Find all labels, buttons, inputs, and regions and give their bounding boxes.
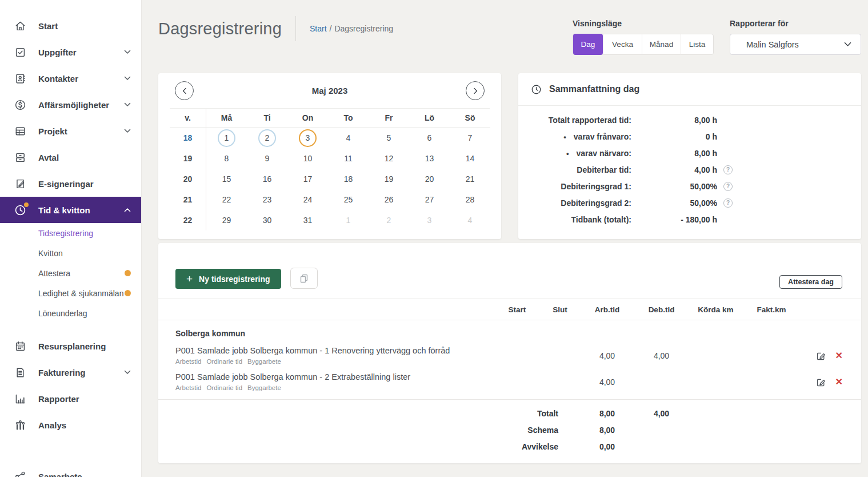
plus-icon: + — [186, 273, 193, 284]
col-header-start: Start — [494, 305, 540, 314]
calendar-day[interactable]: 14 — [450, 148, 490, 169]
calendar-day[interactable]: 26 — [369, 189, 409, 210]
calendar-day[interactable]: 2 — [247, 128, 287, 148]
sidebar-item-rapporter[interactable]: Rapporter — [0, 385, 141, 412]
sidebar-subitem-tidsregistrering[interactable]: Tidsregistrering — [0, 223, 141, 243]
sidebar-subitem-attestera[interactable]: Attestera — [0, 263, 141, 283]
col-header-faktkm: Fakt.km — [743, 305, 800, 314]
view-mode-dag-button[interactable]: Dag — [573, 34, 603, 55]
day-header: Sö — [450, 109, 490, 128]
customer-group-label: Solberga kommun — [158, 324, 861, 343]
calendar-day[interactable]: 24 — [287, 189, 328, 210]
calendar-prev-button[interactable] — [175, 81, 194, 100]
calendar-day[interactable]: 1 — [206, 128, 247, 148]
table-header-row: Start Slut Arb.tid Deb.tid Körda km Fakt… — [158, 299, 861, 320]
invoice-icon — [14, 366, 27, 379]
sidebar-item-label: Affärsmöjligheter — [38, 100, 109, 110]
total-row: Totalt 8,00 4,00 — [158, 405, 861, 422]
day-header: Lö — [409, 109, 450, 128]
calendar-day[interactable]: 21 — [450, 169, 490, 189]
calendar-day[interactable]: 19 — [369, 169, 409, 189]
new-time-registration-button[interactable]: + Ny tidsregistrering — [175, 269, 281, 289]
home-icon — [14, 19, 27, 33]
calendar-day[interactable]: 16 — [247, 169, 287, 189]
calendar-day[interactable]: 30 — [247, 210, 287, 230]
sidebar-item-uppgifter[interactable]: Uppgifter — [0, 39, 141, 65]
attest-day-button[interactable]: Attestera dag — [779, 275, 842, 289]
reporting-for-select[interactable]: Malin Sälgfors — [730, 34, 861, 55]
day-header: On — [287, 109, 328, 128]
sidebar-item-tid-kvitton[interactable]: Tid & kvitton — [0, 197, 141, 223]
sidebar-item-fakturering[interactable]: Fakturering — [0, 359, 141, 385]
calendar-day[interactable]: 22 — [206, 189, 247, 210]
calendar-day[interactable]: 12 — [369, 148, 409, 169]
view-mode-manad-button[interactable]: Månad — [642, 34, 681, 55]
project-title: P001 Samlade jobb Solberga kommun - 1 Re… — [175, 346, 494, 355]
view-mode-lista-button[interactable]: Lista — [681, 34, 713, 55]
sidebar-item-esigneringar[interactable]: E-signeringar — [0, 170, 141, 197]
calendar-day[interactable]: 28 — [450, 189, 490, 210]
copy-registration-button[interactable] — [290, 268, 318, 289]
chevron-down-icon — [124, 102, 131, 107]
calendar-day[interactable]: 15 — [206, 169, 247, 189]
chevron-up-icon — [124, 208, 131, 212]
calendar-day[interactable]: 23 — [247, 189, 287, 210]
calendar-day[interactable]: 18 — [328, 169, 369, 189]
calendar-next-button[interactable] — [466, 81, 485, 100]
sidebar-item-analys[interactable]: Analys — [0, 412, 141, 438]
sidebar-subitem-kvitton[interactable]: Kvitton — [0, 243, 141, 263]
calendar-icon — [14, 340, 27, 353]
calendar-day[interactable]: 4 — [328, 128, 369, 148]
sidebar-item-samarbete[interactable]: Samarbete — [0, 463, 141, 477]
sidebar: Start Uppgifter Kontakter Affärsmöjlighe… — [0, 0, 142, 477]
bullet-icon: • — [566, 149, 569, 158]
calendar-day[interactable]: 7 — [450, 128, 490, 148]
sidebar-item-label: Rapporter — [38, 394, 79, 404]
view-mode-label: Visningsläge — [573, 19, 714, 28]
edit-icon[interactable] — [815, 350, 826, 361]
calendar-day[interactable]: 25 — [328, 189, 369, 210]
breadcrumb-current: Dagsregistrering — [334, 24, 393, 33]
sidebar-item-kontakter[interactable]: Kontakter — [0, 65, 141, 92]
sidebar-item-label: Projekt — [38, 126, 67, 136]
edit-icon[interactable] — [815, 376, 826, 387]
calendar-day[interactable]: 10 — [287, 148, 328, 169]
calendar-day[interactable]: 29 — [206, 210, 247, 230]
summary-title: Sammanfattning dag — [549, 84, 639, 94]
calendar-day[interactable]: 17 — [287, 169, 328, 189]
help-icon[interactable]: ? — [723, 198, 733, 208]
sidebar-item-label: Kontakter — [38, 74, 78, 84]
calendar-day[interactable]: 11 — [328, 148, 369, 169]
delete-icon[interactable]: ✕ — [835, 351, 843, 360]
help-icon[interactable]: ? — [723, 165, 733, 174]
calendar-day-selected[interactable]: 3 — [287, 128, 328, 148]
delete-icon[interactable]: ✕ — [835, 377, 843, 387]
view-mode-control: Visningsläge Dag Vecka Månad Lista — [573, 19, 714, 55]
notification-dot — [125, 290, 131, 296]
sidebar-item-start[interactable]: Start — [0, 13, 141, 39]
help-icon[interactable]: ? — [723, 182, 733, 191]
header-divider — [295, 16, 296, 41]
sidebar-item-affarsmojligheter[interactable]: Affärsmöjligheter — [0, 92, 141, 118]
week-number: 21 — [170, 189, 206, 210]
sidebar-subitem-ledighet-sjukanmalan[interactable]: Ledighet & sjukanmälan — [0, 283, 141, 303]
calendar-day[interactable]: 20 — [409, 169, 450, 189]
sidebar-item-avtal[interactable]: Avtal — [0, 144, 141, 170]
calendar-day[interactable]: 31 — [287, 210, 328, 230]
day-header: Må — [206, 109, 247, 128]
sidebar-item-projekt[interactable]: Projekt — [0, 118, 141, 144]
calendar-day[interactable]: 9 — [247, 148, 287, 169]
col-header-kordakm: Körda km — [689, 305, 743, 314]
sidebar-subitem-loneunderlag[interactable]: Löneunderlag — [0, 303, 141, 323]
calendar-day[interactable]: 13 — [409, 148, 450, 169]
calendar-day[interactable]: 6 — [409, 128, 450, 148]
calendar-day[interactable]: 5 — [369, 128, 409, 148]
sidebar-item-resursplanering[interactable]: Resursplanering — [0, 333, 141, 359]
view-mode-vecka-button[interactable]: Vecka — [603, 34, 642, 55]
week-number: 18 — [170, 128, 206, 148]
breadcrumb-home-link[interactable]: Start — [310, 24, 327, 33]
share-icon — [14, 470, 27, 477]
calendar-day[interactable]: 8 — [206, 148, 247, 169]
chevron-down-icon — [124, 129, 131, 133]
calendar-day[interactable]: 27 — [409, 189, 450, 210]
